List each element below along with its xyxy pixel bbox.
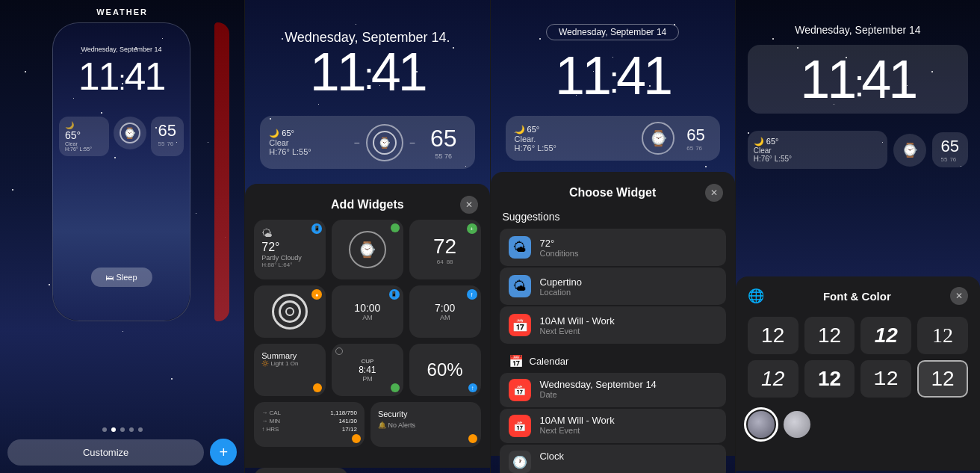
phone-circle-widget: ⌚ (114, 117, 146, 149)
font-option-5-label: 12 (761, 367, 784, 391)
min-row: → MIN 141/30 (261, 418, 357, 424)
p2-weather-hl: H:76° L:55° (269, 147, 347, 156)
p3-num-widget: 65 6576 (680, 123, 710, 155)
cws-item-event[interactable]: 📅 10AM Will - Work Next Event (500, 306, 726, 344)
clock-time: 10:00 (354, 302, 380, 314)
summary-title: Summary (261, 351, 318, 360)
dot-1 (102, 427, 107, 432)
percent-widget-card[interactable]: 60% ↑ (409, 344, 481, 396)
dot-4 (129, 427, 134, 432)
p4-num-widget: 65 5576 (932, 132, 968, 167)
weather-widget-card[interactable]: 🌤 72° Partly Cloudy H:88° L:64° 📱 (254, 220, 326, 279)
font-option-3-label: 12 (875, 324, 898, 347)
cws-calendar-date-item[interactable]: 📅 Wednesday, September 14 Date (500, 373, 726, 407)
phone-num-widget: 65 5576 (151, 117, 184, 156)
cup-label: CUP (361, 358, 373, 365)
cal-content: → CAL 1,118/750 → MIN 141/30 ↑ HRS 17/12 (261, 409, 357, 433)
alarm-widget-card[interactable]: 7:00 AM f (409, 285, 481, 338)
font-options-grid: 12 12 12 12 12 12 12 (736, 311, 980, 404)
p4-hl: H:76° L:55° (754, 155, 881, 163)
cws-conditions-name: 72° (540, 238, 579, 249)
watch-icon: ⌚ (358, 241, 376, 259)
target-widget-card[interactable]: ● (254, 285, 326, 338)
security-widget-card[interactable]: Security 🔔 No Alerts (370, 402, 481, 447)
cws-clock-item[interactable]: 🕐 Clock (500, 445, 726, 473)
font-option-4-label: 12 (932, 324, 953, 347)
cws-calendar-event-item[interactable]: 📅 10AM Will - Work Next Event (500, 409, 726, 443)
dot-2 (111, 427, 116, 432)
p2-num-sub: 55 76 (430, 152, 457, 160)
font-option-7-label: 12 (873, 368, 899, 391)
p2-watch-inner: ⌚ (373, 131, 397, 155)
cws-close-button[interactable]: ✕ (705, 184, 723, 202)
cws-item-conditions[interactable]: 🌤 72° Conditions (500, 229, 726, 266)
p3-widget-bar: 🌙 65° Clear. H:76° L:55° ⌚ 65 6576 (506, 116, 720, 161)
color-option-1[interactable] (748, 411, 775, 438)
target-badge: ● (311, 289, 322, 300)
watch-widget-card[interactable]: ⌚ (332, 220, 403, 279)
p2-weather-info: 🌙 65° Clear H:76° L:55° (269, 129, 347, 156)
customize-button[interactable]: Customize (7, 439, 204, 466)
p2-minus-btn[interactable]: − (354, 137, 360, 149)
color-option-2[interactable] (784, 411, 810, 438)
watch-badge (391, 223, 400, 232)
font-option-6[interactable]: 12 (804, 360, 855, 398)
p4-watch-widget: ⌚ (893, 134, 926, 167)
summary-sub: 🔆 Light 1 On (261, 360, 318, 367)
weather-card-hl: H:88° L:64° (261, 262, 318, 268)
fcs-close-button[interactable]: ✕ (950, 287, 968, 305)
p3-num-sub: 6576 (686, 145, 704, 152)
p2-date: Wednesday, September 14. (245, 30, 489, 46)
num72-value: 72 (433, 235, 456, 259)
sheet-close-button[interactable]: ✕ (460, 196, 478, 214)
sleep-button[interactable]: 🛏 Sleep (90, 268, 152, 287)
p2-minus-btn2[interactable]: − (409, 137, 415, 149)
font-option-1[interactable]: 12 (748, 317, 798, 354)
cal-badge (352, 434, 361, 443)
dot-3 (120, 427, 125, 432)
security-title: Security (378, 409, 474, 418)
security-sub: 🔔 No Alerts (378, 421, 474, 429)
cws-conditions-text: 72° Conditions (540, 238, 579, 258)
panel1-weather-label: WEATHER (0, 7, 244, 16)
add-button[interactable]: + (210, 439, 237, 466)
font-option-2[interactable]: 12 (804, 317, 855, 354)
p4-watch-icon: ⌚ (902, 142, 918, 158)
panel-lockscreen: WEATHER Wednesday, September 14 11:41 🌙 … (0, 0, 244, 473)
p4-num-value: 65 (941, 137, 959, 156)
cal-row: → CAL 1,118/750 (261, 409, 357, 416)
weather-card-temp: 72° (261, 241, 318, 254)
cws-cal-date-icon: 📅 (509, 379, 531, 401)
font-option-7[interactable]: 12 (860, 360, 911, 398)
num72-widget-card[interactable]: 72 6488 + (409, 220, 481, 279)
panel-add-widgets: Wednesday, September 14. 11:41 🌙 65° Cle… (245, 0, 489, 473)
fcs-title: Font & Color (764, 290, 950, 303)
cws-suggestions-list: 🌤 72° Conditions 🌤 Cupertino Location (491, 229, 735, 344)
clock-am: AM (362, 314, 373, 321)
phone-frame: Wednesday, September 14 11:41 🌙 65° Clea… (52, 22, 190, 321)
weather-temp: 65° (65, 129, 103, 141)
phone-weather-widget: 🌙 65° Clear H:76° L:55° (59, 117, 109, 156)
sheet-header: Add Widgets ✕ (245, 184, 489, 220)
p4-time-box: 11:41 (748, 45, 968, 114)
security-badge (468, 434, 477, 443)
fcs-globe-icon: 🌐 (748, 288, 764, 304)
cup-widget-card[interactable]: CUP 8:41 PM (332, 344, 403, 396)
cws-title: Choose Widget (521, 186, 705, 200)
clock-widget-card[interactable]: 10:00 AM 📱 (332, 285, 403, 338)
page-dots (52, 427, 192, 432)
font-option-8[interactable]: 12 (917, 360, 968, 398)
cws-cal-event-icon: 📅 (509, 415, 531, 437)
font-option-4[interactable]: 12 (917, 317, 968, 354)
cws-item-cupertino[interactable]: 🌤 Cupertino Location (500, 268, 726, 305)
cws-event-icon: 📅 (509, 314, 531, 336)
batteries-row[interactable]: Batteries (254, 468, 347, 473)
font-option-3[interactable]: 12 (860, 317, 911, 354)
summary-widget-card[interactable]: Summary 🔆 Light 1 On (254, 344, 326, 396)
weather-card-icon: 🌤 (261, 227, 318, 239)
font-option-5[interactable]: 12 (748, 360, 798, 398)
phone-time: 11:41 (53, 57, 190, 96)
cal-widget-card[interactable]: → CAL 1,118/750 → MIN 141/30 ↑ HRS 17/12 (254, 402, 365, 447)
p2-time: 11:41 (245, 45, 489, 99)
phone-widgets-row: 🌙 65° Clear H:76° L:55° ⌚ 65 5576 (59, 117, 184, 156)
